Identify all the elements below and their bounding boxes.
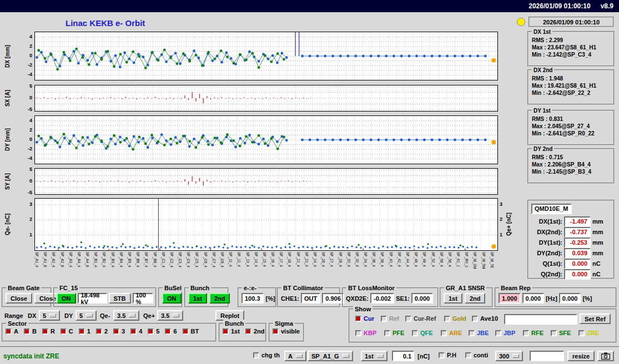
chg-th-checkbox[interactable]: chg th <box>253 352 280 358</box>
dx-plot-canvas <box>35 32 497 80</box>
show-ref-checkbox[interactable]: Ref <box>381 315 399 322</box>
bunch-order-select[interactable]: 1st <box>361 351 387 361</box>
sigma-visible-checkbox[interactable]: visible <box>273 328 300 335</box>
dropdown-indicator-icon <box>296 354 303 358</box>
bt-lossmonitor-group: BT LossMonitor QXD2E: -0.002 SE1: 0.000 <box>342 287 439 307</box>
sigma-visible-label: visible <box>281 328 300 335</box>
show-ave10-label: Ave10 <box>480 315 498 322</box>
bunch-2nd-checkbox[interactable]: 2nd <box>245 328 265 335</box>
sector-title: Sector <box>6 320 28 327</box>
sector-c-checkbox[interactable]: C <box>61 328 73 335</box>
sector-r-label: R <box>51 328 55 335</box>
checkbox-indicator <box>245 328 251 335</box>
checkbox-indicator <box>469 330 475 336</box>
range-dx-select[interactable]: 5 <box>39 310 60 321</box>
count-input[interactable] <box>530 351 564 361</box>
bunch-1st-checkbox[interactable]: 1st <box>223 328 240 335</box>
fc15-on-button[interactable]: ON <box>57 293 76 304</box>
beam-rep-pct-unit: [%] <box>582 295 592 302</box>
sy-plot-canvas <box>35 169 497 194</box>
stats-dy-1st: DY 1st RMS : 0.831 Max : 2.045@SP_27_4 M… <box>527 110 615 145</box>
show-qfe-checkbox[interactable]: QFE <box>412 330 433 336</box>
ph-checkbox[interactable]: P.H <box>439 352 456 358</box>
show-rfe-label: RFE <box>531 330 543 336</box>
sector-r-checkbox[interactable]: R <box>42 328 55 335</box>
bunch-2nd-button[interactable]: 2nd <box>209 293 230 304</box>
sector-group: Sector A B R C 1 2 3 4 5 6 BT <box>2 323 217 342</box>
sector-a-checkbox[interactable]: A <box>6 328 18 335</box>
qmd-row-q1: Q(1st): 0.000 nC <box>531 259 611 269</box>
sector-2-label: 2 <box>104 328 108 335</box>
show-are-checkbox[interactable]: ARE <box>441 330 462 336</box>
ref-file-input[interactable] <box>504 314 577 325</box>
threshold-input[interactable] <box>392 351 414 361</box>
sector-b-checkbox[interactable]: B <box>24 328 37 335</box>
busel-on-button[interactable]: ON <box>162 293 182 304</box>
show-rfe-checkbox[interactable]: RFE <box>523 330 543 336</box>
range-dy-select[interactable]: 5 <box>76 310 97 321</box>
show-cur-checkbox[interactable]: Cur <box>355 315 374 322</box>
show-cur-ref-checkbox[interactable]: Cur-Ref <box>405 315 436 322</box>
sector-2-checkbox[interactable]: 2 <box>96 328 108 335</box>
status-bar: syncdata init ZRE chg th A SP_A1_G 1st [… <box>0 346 619 364</box>
range-qep-value: 3.5 <box>161 312 169 319</box>
qmd-row-label: Q(1st): <box>531 260 562 267</box>
range-qep-select[interactable]: 3.5 <box>157 310 183 321</box>
gr-a1-snsr-title: GR_A1 SNSR <box>444 284 486 292</box>
sector-6-checkbox[interactable]: 6 <box>165 328 177 335</box>
show-zre-checkbox[interactable]: ZRE <box>578 330 599 336</box>
set-ref-button[interactable]: Set Ref <box>580 314 611 324</box>
show-jbp-checkbox[interactable]: JBP <box>495 330 515 336</box>
dy-plot-canvas <box>35 116 497 164</box>
show-sfe-checkbox[interactable]: SFE <box>551 330 571 336</box>
sector-1-checkbox[interactable]: 1 <box>79 328 90 335</box>
dropdown-indicator-icon <box>512 354 519 358</box>
sector-select-value: A <box>288 353 293 360</box>
qxd2e-label: QXD2E: <box>346 295 369 302</box>
dx-plot <box>34 32 498 80</box>
bpm-select[interactable]: SP_A1_G <box>308 351 353 361</box>
gr-a1-1st-button[interactable]: 1st <box>444 293 462 304</box>
interval-value: 300 <box>499 353 509 360</box>
interval-select[interactable]: 300 <box>495 351 523 361</box>
conti-checkbox[interactable]: conti <box>465 352 488 358</box>
checkbox-indicator <box>42 328 48 335</box>
sector-4-checkbox[interactable]: 4 <box>130 328 142 335</box>
checkbox-indicator <box>79 328 85 335</box>
sector-1-label: 1 <box>87 328 90 335</box>
beam-rep-actual-readout: 0.000 <box>522 293 545 304</box>
resize-button[interactable]: resize <box>567 351 595 361</box>
sector-select[interactable]: A <box>284 351 306 361</box>
stats-dx-2nd: DX 2nd RMS : 1.948 Max : 19.421@S8_61_H1… <box>527 69 615 105</box>
show-pfe-checkbox[interactable]: PFE <box>384 330 404 336</box>
checkbox-indicator <box>24 328 30 335</box>
sector-5-checkbox[interactable]: 5 <box>148 328 159 335</box>
show-kbp-checkbox[interactable]: KBP <box>355 330 376 336</box>
screenshot-button[interactable] <box>597 351 614 361</box>
sector-3-checkbox[interactable]: 3 <box>113 328 125 335</box>
sector-bt-checkbox[interactable]: BT <box>183 328 199 335</box>
bunch-1st-button[interactable]: 1st <box>188 293 207 304</box>
qmd-row-label: DX(1st): <box>531 218 562 225</box>
show-gold-checkbox[interactable]: Gold <box>444 315 466 322</box>
qe-plot <box>34 198 498 251</box>
bunch-top-title: Bunch <box>189 284 211 292</box>
dropdown-indicator-icon <box>86 314 93 317</box>
fc15-stb-button[interactable]: STB <box>109 293 131 304</box>
show-jbe-checkbox[interactable]: JBE <box>469 330 489 336</box>
conti-label: conti <box>474 352 488 358</box>
bunch-2nd-label: 2nd <box>254 328 265 335</box>
ph-label: P.H <box>447 352 456 358</box>
beam-gate-close-button-1[interactable]: Close <box>6 293 32 304</box>
qxd2e-readout: -0.002 <box>370 293 394 304</box>
range-dx-label: DX <box>28 312 36 319</box>
che1-value-readout: 0.906 <box>322 293 344 304</box>
range-qem-select[interactable]: 3.5 <box>113 310 139 321</box>
stat-rms: RMS : 1.948 <box>529 75 613 82</box>
gr-a1-2nd-button[interactable]: 2nd <box>465 293 486 304</box>
qmd-row-unit: mm <box>592 229 603 235</box>
qmd-row-dx2: DX(2nd): -0.737 mm <box>531 227 611 237</box>
checkbox-indicator <box>355 330 361 336</box>
show-gold-label: Gold <box>452 315 466 322</box>
show-ave10-checkbox[interactable]: Ave10 <box>472 315 498 322</box>
